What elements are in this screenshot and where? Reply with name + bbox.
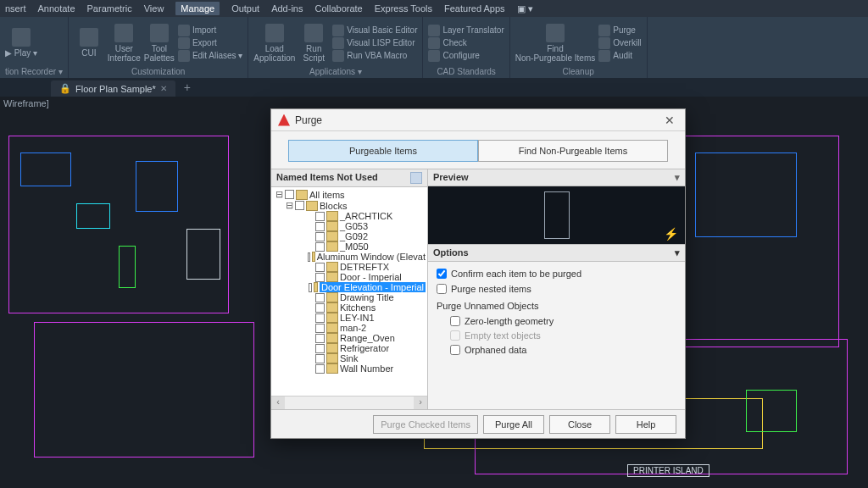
preview-block — [544, 191, 570, 239]
tree-checkbox[interactable] — [295, 201, 304, 210]
options-panel: Confirm each item to be purged Purge nes… — [428, 262, 685, 362]
tree-checkbox[interactable] — [315, 303, 325, 313]
dialog-tabs: Purgeable Items Find Non-Purgeable Items — [271, 131, 685, 169]
ribbon-visual-basic-editor[interactable]: Visual Basic Editor — [332, 25, 417, 36]
sort-icon[interactable] — [410, 172, 422, 184]
ribbon-cui[interactable]: CUI — [74, 19, 104, 67]
block-icon — [326, 343, 338, 353]
ribbon-purge[interactable]: Purge — [598, 25, 641, 36]
ribbon-run[interactable]: Run Script — [298, 19, 329, 67]
tree-item[interactable]: DETREFTX — [273, 262, 427, 272]
ribbon-edit-aliases-[interactable]: Edit Aliases ▾ — [178, 50, 242, 62]
tree-item[interactable]: Wall Number — [273, 363, 427, 374]
tree-item[interactable]: Refrigerator — [273, 343, 427, 353]
dialog-close-button[interactable]: ✕ — [661, 114, 678, 127]
menu-add-ins[interactable]: Add-ins — [271, 3, 303, 14]
tree-item[interactable]: Sink — [273, 353, 427, 363]
tree-checkbox[interactable] — [315, 334, 325, 343]
ribbon-run-vba-macro[interactable]: Run VBA Macro — [332, 50, 417, 62]
menubar: nsertAnnotateParametricViewManageOutputA… — [0, 0, 868, 17]
tree-item[interactable]: man-2 — [273, 323, 427, 333]
menu-view[interactable]: View — [144, 3, 164, 14]
ribbon-visual-lisp-editor[interactable]: Visual LISP Editor — [332, 37, 417, 49]
ribbon-user[interactable]: User Interface — [108, 19, 141, 67]
collapse-icon[interactable]: ▾ — [675, 247, 680, 258]
tree-checkbox[interactable] — [315, 313, 325, 323]
tree-item[interactable]: _G053 — [273, 221, 427, 231]
block-icon — [326, 292, 338, 302]
tree-checkbox[interactable] — [315, 344, 325, 353]
tree-item[interactable]: _ARCHTICK — [273, 211, 427, 221]
purge-dialog: Purge ✕ Purgeable Items Find Non-Purgeab… — [270, 108, 686, 439]
tree-item[interactable]: Door - Imperial — [273, 272, 427, 282]
close-button[interactable]: Close — [549, 415, 610, 434]
purge-all-button[interactable]: Purge All — [483, 415, 544, 434]
tree-item[interactable]: ⊟All items — [273, 189, 427, 200]
tree-checkbox[interactable] — [315, 242, 325, 252]
tree-checkbox[interactable] — [315, 364, 325, 374]
tree-item[interactable]: Kitchens — [273, 302, 427, 313]
tab-purgeable-items[interactable]: Purgeable Items — [288, 140, 478, 162]
tree-checkbox[interactable] — [315, 293, 325, 302]
tree-item[interactable]: LEY-IN1 — [273, 313, 427, 323]
tree-checkbox[interactable] — [315, 273, 325, 282]
tree-item[interactable]: Range_Oven — [273, 333, 427, 343]
opt-zero-length[interactable]: Zero-length geometry — [450, 316, 676, 326]
collapse-icon[interactable]: ▾ — [675, 172, 680, 183]
menu-manage[interactable]: Manage — [175, 2, 220, 15]
new-tab-button[interactable]: + — [175, 78, 199, 97]
block-icon — [326, 302, 338, 313]
menu-parametric[interactable]: Parametric — [87, 3, 132, 14]
help-button[interactable]: Help — [615, 415, 676, 434]
menu-collaborate[interactable]: Collaborate — [314, 3, 362, 14]
tree-horizontal-scrollbar[interactable]: ‹› — [271, 396, 427, 409]
ribbon-overkill[interactable]: Overkill — [598, 37, 641, 49]
ribbon--play-[interactable]: ▶ Play ▾ — [5, 19, 37, 67]
opt-orphaned[interactable]: Orphaned data — [450, 345, 676, 355]
tree-checkbox[interactable] — [285, 190, 294, 199]
tree-checkbox[interactable] — [315, 232, 325, 241]
tree-item[interactable]: Door Elevation - Imperial — [273, 282, 427, 292]
tree-item[interactable]: _G092 — [273, 231, 427, 241]
tab-find-non-purgeable[interactable]: Find Non-Purgeable Items — [478, 140, 668, 162]
block-icon — [326, 241, 338, 252]
menu-express-tools[interactable]: Express Tools — [375, 3, 432, 14]
ribbon-load[interactable]: Load Application — [253, 19, 295, 67]
ribbon-export[interactable]: Export — [178, 37, 242, 49]
tree-checkbox[interactable] — [315, 263, 325, 272]
block-icon — [314, 282, 318, 292]
opt-confirm[interactable]: Confirm each item to be purged — [437, 269, 676, 279]
ribbon-configure[interactable]: Configure — [428, 50, 504, 62]
tree-checkbox[interactable] — [309, 283, 312, 292]
tree-checkbox[interactable] — [315, 212, 325, 221]
items-tree[interactable]: ⊟All items⊟Blocks_ARCHTICK_G053_G092_M05… — [271, 187, 427, 396]
panel-title: Customization — [74, 67, 243, 78]
block-icon — [326, 211, 338, 221]
block-icon — [296, 190, 308, 200]
ribbon-check[interactable]: Check — [428, 37, 504, 49]
menu-output[interactable]: Output — [231, 3, 259, 14]
tree-item[interactable]: ⊟Blocks — [273, 200, 427, 211]
panel-title: CAD Standards — [428, 67, 504, 78]
tree-item[interactable]: Drawing Title — [273, 292, 427, 302]
tree-item[interactable]: Aluminum Window (Elevat — [273, 252, 427, 262]
tree-item[interactable]: _M050 — [273, 241, 427, 252]
opt-nested[interactable]: Purge nested items — [437, 284, 676, 294]
ribbon-find[interactable]: Find Non-Purgeable Items — [515, 19, 596, 67]
block-icon — [326, 221, 338, 231]
document-tab[interactable]: 🔒 Floor Plan Sample* ✕ — [51, 80, 175, 97]
menu-featured-apps[interactable]: Featured Apps — [444, 3, 505, 14]
tree-checkbox[interactable] — [308, 252, 310, 262]
ribbon-tool[interactable]: Tool Palettes — [144, 19, 175, 67]
tree-checkbox[interactable] — [315, 354, 325, 363]
ribbon-audit[interactable]: Audit — [598, 50, 641, 62]
menu-overflow-icon[interactable]: ▣ ▾ — [517, 3, 533, 14]
ribbon-layer-translator[interactable]: Layer Translator — [428, 25, 504, 36]
tree-checkbox[interactable] — [315, 222, 325, 231]
close-tab-icon[interactable]: ✕ — [160, 84, 167, 93]
menu-annotate[interactable]: Annotate — [37, 3, 75, 14]
menu-nsert[interactable]: nsert — [5, 3, 25, 14]
ribbon-import[interactable]: Import — [178, 25, 242, 36]
block-icon — [326, 262, 338, 272]
tree-checkbox[interactable] — [315, 324, 325, 333]
